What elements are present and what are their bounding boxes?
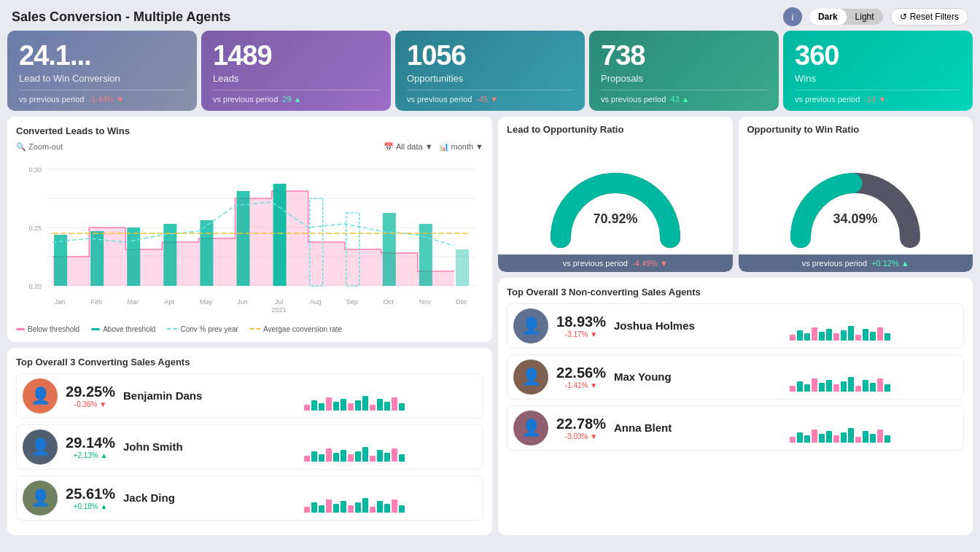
zoom-out-button[interactable]: 🔍 Zoom-out	[16, 142, 63, 152]
agent-row: 👤 18.93% -3.17% ▼ Joshua Holmes	[507, 303, 964, 349]
spark-bar	[384, 504, 390, 513]
kpi-card-3: 738 Proposals vs previous period 43 ▲	[589, 31, 779, 111]
agent-avatar-1: 👤	[23, 429, 58, 464]
kpi-label-3: Proposals	[601, 73, 767, 84]
agent-row: 👤 29.25% -0.36% ▼ Benjamin Dans	[16, 373, 483, 419]
spark-bar	[812, 429, 817, 443]
spark-bar	[877, 327, 883, 341]
spark-bar	[848, 326, 854, 341]
kpi-footer-4: vs previous period -14 ▼	[795, 90, 961, 104]
spark-bar	[377, 399, 383, 411]
bar-chart-icon: 📊	[439, 142, 449, 152]
chart-toolbar: 🔍 Zoom-out 📅 All data ▼ 📊 month ▼	[16, 142, 483, 152]
kpi-footer-1: vs previous period 29 ▲	[213, 90, 379, 104]
agent-pct-wrap-1: 29.14% +2.13% ▲	[65, 435, 116, 459]
converting-agents-list: 👤 29.25% -0.36% ▼ Benjamin Dans 👤 29.14%…	[16, 373, 483, 521]
spark-bar	[804, 333, 810, 341]
agent-trend-2: -3.03% ▼	[565, 432, 597, 440]
kpi-card-0: 24.1... Lead to Win Conversion vs previo…	[7, 31, 197, 111]
kpi-value-3: 738	[601, 41, 767, 71]
agent-avatar-1: 👤	[513, 359, 548, 394]
svg-text:0.30: 0.30	[29, 166, 42, 174]
svg-text:Jul: Jul	[275, 298, 284, 306]
svg-rect-12	[200, 220, 213, 286]
kpi-change-3: 43 ▲	[670, 95, 689, 104]
data-selector[interactable]: 📅 All data ▼	[384, 142, 433, 152]
agent-pct-0: 29.25%	[66, 384, 115, 400]
svg-rect-14	[273, 184, 287, 286]
spark-bar	[399, 403, 405, 411]
spark-bar	[790, 437, 796, 443]
kpi-vs-1: vs previous period	[213, 95, 278, 104]
spark-bar	[326, 499, 332, 513]
spark-bar	[841, 432, 847, 443]
top-nonconverting-card: Top Overall 3 Non-converting Sales Agent…	[498, 278, 973, 535]
info-button[interactable]: i	[783, 7, 802, 26]
spark-bar	[355, 451, 361, 462]
kpi-change-1: 29 ▲	[282, 95, 301, 104]
kpi-vs-0: vs previous period	[19, 95, 84, 104]
kpi-value-0: 24.1...	[19, 41, 185, 71]
spark-bar	[304, 405, 310, 411]
spark-bar	[863, 329, 868, 341]
reset-filters-button[interactable]: ↺ Reset Filters	[890, 8, 968, 26]
svg-text:Nov: Nov	[419, 298, 432, 306]
agent-pct-0: 18.93%	[556, 314, 606, 330]
spark-bar	[348, 454, 354, 462]
top-nonconverting-title: Top Overall 3 Non-converting Sales Agent…	[507, 287, 964, 298]
spark-bar	[362, 396, 368, 411]
svg-rect-19	[456, 249, 469, 286]
lead-opportunity-card: Lead to Opportunity Ratio 70.92% vs prev…	[498, 117, 733, 272]
svg-text:2021: 2021	[272, 306, 287, 314]
kpi-change-0: -1.44% ▼	[88, 95, 124, 104]
page-title: Sales Conversion - Multiple Agents	[12, 9, 230, 25]
spark-bar	[392, 499, 397, 513]
agent-row: 👤 25.61% +0.18% ▲ Jack Ding	[16, 475, 483, 521]
agent-row: 👤 29.14% +2.13% ▲ John Smith	[16, 424, 483, 470]
theme-toggle: Dark Light	[809, 9, 883, 25]
opportunity-win-card: Opportunity to Win Ratio 34.09% vs previ…	[739, 117, 973, 272]
agent-avatar-0: 👤	[23, 378, 58, 413]
spark-bar	[319, 454, 324, 462]
spark-bar	[819, 434, 825, 443]
dark-toggle[interactable]: Dark	[809, 9, 847, 25]
spark-bar	[877, 429, 883, 443]
chart-legend: Below threshold Above threshold Conv % p…	[16, 325, 483, 333]
spark-bar	[370, 405, 376, 411]
agent-sparkline-2	[790, 413, 958, 443]
spark-bar	[877, 378, 883, 392]
svg-rect-10	[127, 228, 140, 286]
agent-name-2: Anna Blent	[614, 421, 782, 434]
spark-bar	[797, 381, 803, 392]
spark-bar	[804, 435, 810, 443]
reset-icon: ↺	[900, 12, 907, 22]
kpi-footer-0: vs previous period -1.44% ▼	[19, 90, 185, 104]
spark-bar	[362, 447, 368, 462]
kpi-vs-4: vs previous period	[795, 95, 860, 104]
agent-trend-0: -3.17% ▼	[565, 330, 597, 338]
light-toggle[interactable]: Light	[847, 9, 883, 25]
spark-bar	[392, 397, 397, 411]
agent-row: 👤 22.56% -1.41% ▼ Max Young	[507, 354, 964, 400]
agent-sparkline-2	[304, 483, 478, 513]
kpi-row: 24.1... Lead to Win Conversion vs previo…	[0, 31, 980, 117]
agent-trend-0: -0.36% ▼	[74, 400, 106, 408]
top-controls: i Dark Light ↺ Reset Filters	[783, 7, 968, 26]
spark-bar	[355, 502, 361, 513]
kpi-footer-3: vs previous period 43 ▲	[601, 90, 767, 104]
spark-bar	[384, 453, 390, 462]
spark-bar	[797, 432, 803, 443]
svg-text:Mar: Mar	[127, 298, 139, 306]
agent-name-1: Max Young	[614, 370, 782, 383]
left-column: Converted Leads to Wins 🔍 Zoom-out 📅 All…	[7, 117, 492, 535]
agent-trend-1: -1.41% ▼	[565, 381, 597, 389]
donut-left-title: Lead to Opportunity Ratio	[498, 117, 733, 139]
agent-name-2: Jack Ding	[123, 491, 297, 504]
spark-bar	[370, 456, 376, 462]
agent-pct-2: 25.61%	[66, 486, 115, 502]
period-selector[interactable]: 📊 month ▼	[439, 142, 483, 152]
agent-trend-2: +0.18% ▲	[74, 502, 108, 510]
spark-bar	[311, 451, 317, 462]
spark-bar	[826, 329, 832, 341]
kpi-card-2: 1056 Opportunities vs previous period -4…	[395, 31, 585, 111]
